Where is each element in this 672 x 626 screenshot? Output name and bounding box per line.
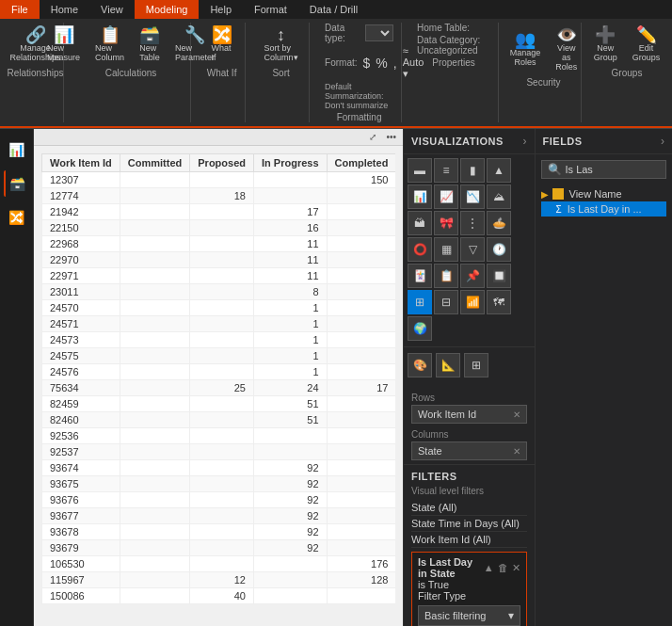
table-cell [190, 316, 254, 332]
viz-matrix-icon[interactable]: ⊟ [434, 290, 458, 314]
filter-item-state-time[interactable]: State Time in Days (All) [411, 516, 527, 532]
tab-modeling[interactable]: Modeling [135, 0, 200, 19]
viz-pie-icon[interactable]: 🥧 [487, 211, 511, 235]
table-row: 82459511324 [42, 396, 396, 412]
tab-data-drill[interactable]: Data / Drill [298, 0, 369, 19]
format-percent[interactable]: % [376, 56, 387, 71]
table-cell: 23011 [42, 284, 120, 300]
viz-card-icon[interactable]: 🃏 [408, 264, 432, 288]
tab-home[interactable]: Home [40, 0, 89, 19]
viz-multirow-icon[interactable]: 📋 [434, 264, 458, 288]
table-cell [190, 348, 254, 364]
fields-search-input[interactable] [566, 164, 660, 175]
table-cell [327, 236, 395, 252]
filter-clear-icon[interactable]: 🗑 [498, 562, 508, 574]
viz-line-icon[interactable]: 📉 [460, 185, 485, 209]
viz-panel-expand[interactable]: › [523, 135, 527, 148]
sort-by-column-button[interactable]: ↕️ Sort byColumn▾ [259, 23, 304, 66]
report-view-button[interactable]: 📊 [4, 136, 30, 163]
viz-kpi-icon[interactable]: 📌 [460, 264, 485, 288]
view-as-roles-button[interactable]: 👁️ View asRoles [550, 23, 583, 75]
viz-filled-map-icon[interactable]: 🌍 [408, 316, 432, 341]
data-view-button[interactable]: 🗃️ [4, 170, 30, 197]
viz-divider [404, 346, 535, 347]
viz-fields-icon[interactable]: ⊞ [464, 353, 488, 377]
format-currency[interactable]: $ [363, 56, 371, 71]
fields-item-is-last-day[interactable]: Σ Is Last Day in ... [541, 201, 666, 217]
viz-stacked-bar2-icon[interactable]: ▮ [460, 158, 485, 183]
new-column-button[interactable]: 📋 NewColumn [89, 23, 130, 66]
viz-treemap-icon[interactable]: ▦ [434, 237, 458, 262]
viz-100-col-icon[interactable]: 📈 [434, 185, 458, 209]
viz-gauge-icon[interactable]: 🕐 [487, 237, 511, 262]
table-cell [190, 284, 254, 300]
table-cell: 17 [327, 380, 395, 396]
viz-analytics-icon[interactable]: 📐 [436, 353, 460, 377]
focus-mode-button[interactable]: ⤢ [366, 131, 379, 143]
columns-field-remove[interactable]: ✕ [513, 446, 520, 457]
viz-table-icon[interactable]: ⊞ [408, 290, 432, 314]
table-cell [120, 428, 189, 444]
rows-field-text: Work Item Id [418, 409, 476, 420]
edit-groups-label: EditGroups [632, 43, 661, 62]
right-panels: VISUALIZATIONS › ▬ ≡ ▮ ▲ 📊 📈 📉 ⛰ 🏔 🎀 ⋮ 🥧 [403, 129, 672, 626]
tab-view[interactable]: View [89, 0, 135, 19]
viz-waterfall-icon[interactable]: 📶 [460, 290, 485, 314]
table-cell [120, 268, 189, 284]
viz-stacked-bar-icon[interactable]: ▬ [408, 158, 432, 183]
table-cell: 24571 [42, 316, 120, 332]
manage-roles-button[interactable]: 👥 ManageRoles [504, 27, 547, 71]
viz-donut-icon[interactable]: ⭕ [408, 237, 432, 262]
new-group-button[interactable]: ➕ NewGroup [588, 23, 623, 66]
viz-clustered-bar-icon[interactable]: ≡ [434, 158, 458, 183]
viz-stacked-col-icon[interactable]: ▲ [487, 158, 511, 183]
viz-bottom-icons: 🎨 📐 ⊞ [404, 349, 535, 381]
table-cell: 40 [190, 588, 254, 604]
filter-close-icon[interactable]: ✕ [512, 562, 520, 574]
columns-well-item[interactable]: State ✕ [411, 441, 527, 460]
rows-field-remove[interactable]: ✕ [513, 409, 520, 420]
filter-item-state[interactable]: State (All) [411, 500, 527, 516]
tab-help[interactable]: Help [199, 0, 243, 19]
viz-scatter-icon[interactable]: ⋮ [460, 211, 485, 235]
model-view-button[interactable]: 🔀 [4, 204, 30, 231]
canvas: ⤢ ••• Work Item Id Committed Proposed In… [34, 129, 403, 626]
data-type-row: Data type: [325, 23, 393, 43]
filter-type-dropdown[interactable]: Basic filtering ▾ [418, 605, 520, 626]
new-measure-button[interactable]: 📊 NewMeasure [41, 23, 86, 66]
fields-group-view-name-header[interactable]: ▶ View Name [541, 186, 666, 201]
data-type-select[interactable] [365, 24, 393, 41]
edit-groups-button[interactable]: ✏️ EditGroups [627, 23, 666, 66]
active-filter: Is Last Day in State ▲ 🗑 ✕ is True Filte… [411, 552, 527, 626]
new-column-label: NewColumn [95, 43, 124, 62]
table-cell [120, 316, 189, 332]
table-cell [327, 332, 395, 348]
sort-group-label: Sort [272, 68, 289, 78]
more-options-button[interactable]: ••• [383, 131, 399, 143]
wells-section: Rows Work Item Id ✕ Columns State ✕ Valu… [404, 381, 535, 464]
relationships-group-label: Relationships [7, 68, 63, 78]
groups-buttons: ➕ NewGroup ✏️ EditGroups [588, 23, 666, 66]
filter-item-work-item-id[interactable]: Work Item Id (All) [411, 532, 527, 548]
viz-stacked-area-icon[interactable]: 🏔 [408, 211, 432, 235]
format-comma[interactable]: , [393, 56, 397, 71]
viz-clustered-col-icon[interactable]: 📊 [408, 185, 432, 209]
tab-file[interactable]: File [0, 0, 40, 19]
viz-funnel-icon[interactable]: ▽ [460, 237, 485, 262]
data-table: Work Item Id Committed Proposed In Progr… [41, 153, 395, 604]
table-cell [327, 492, 395, 508]
viz-paint-icon[interactable]: 🎨 [408, 353, 432, 377]
filter-collapse-icon[interactable]: ▲ [484, 562, 494, 574]
what-if-button[interactable]: 🔀 What If [206, 23, 238, 66]
viz-slicer-icon[interactable]: 🔲 [487, 264, 511, 288]
rows-well-item[interactable]: Work Item Id ✕ [411, 405, 527, 424]
viz-map-icon[interactable]: 🗺 [487, 290, 511, 314]
table-row: 2297011 [42, 252, 396, 268]
new-table-button[interactable]: 🗃️ NewTable [134, 23, 166, 66]
table-cell [120, 300, 189, 316]
viz-ribbon-icon[interactable]: 🎀 [434, 211, 458, 235]
tab-format[interactable]: Format [243, 0, 298, 19]
fields-panel-expand[interactable]: › [661, 135, 664, 148]
new-group-label: NewGroup [594, 43, 617, 62]
viz-area-icon[interactable]: ⛰ [487, 185, 511, 209]
